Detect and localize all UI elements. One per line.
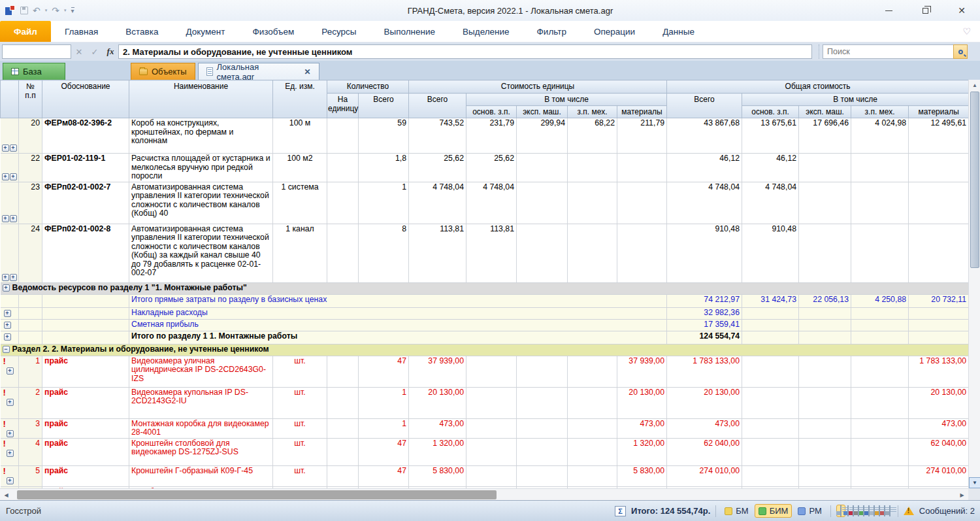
- tc-total-cell[interactable]: 4 748,04: [667, 182, 742, 224]
- name-cell[interactable]: Видеокамера уличная цилиндрическая IP DS…: [129, 356, 273, 387]
- row-icons-cell[interactable]: ++: [1, 154, 19, 182]
- name-cell[interactable]: Расчистка площадей от кустарника и мелко…: [129, 154, 273, 182]
- expand-icon[interactable]: +: [2, 144, 9, 152]
- scroll-down-icon[interactable]: ▼: [969, 477, 980, 488]
- tc-total-cell[interactable]: 20 130,00: [667, 387, 742, 418]
- search-button[interactable]: [953, 44, 968, 59]
- mode-toggle-БМ[interactable]: БМ: [721, 505, 751, 517]
- tc-base-wage-cell[interactable]: [742, 465, 799, 486]
- menu-tab-7[interactable]: Выполнение: [370, 21, 449, 42]
- uc-mech-wage-cell[interactable]: [568, 387, 617, 418]
- tc-materials-cell[interactable]: 12 495,61: [909, 118, 969, 154]
- row-number-cell[interactable]: 22: [19, 154, 42, 182]
- uc-base-wage-cell[interactable]: 231,79: [466, 118, 517, 154]
- tc-total-cell[interactable]: 43 867,68: [667, 118, 742, 154]
- tc-machines-cell[interactable]: [799, 438, 851, 465]
- app-logo-icon[interactable]: [5, 5, 16, 16]
- justification-cell[interactable]: ФЕР01-02-119-1: [42, 154, 129, 182]
- uc-mech-wage-cell[interactable]: [568, 356, 617, 387]
- uc-base-wage-cell[interactable]: 4 748,04: [466, 182, 517, 224]
- qty-per-unit-cell[interactable]: [327, 224, 359, 282]
- uc-total-cell[interactable]: 20 130,00: [409, 387, 466, 418]
- warning-icon[interactable]: [904, 507, 914, 515]
- row-number-cell[interactable]: 20: [19, 118, 42, 154]
- tc-total-cell[interactable]: 74 212,97: [667, 294, 742, 307]
- tc-total-cell[interactable]: 62 040,00: [667, 438, 742, 465]
- total-label-cell[interactable]: Итого по разделу 1 1. Монтажные работы: [129, 331, 667, 344]
- tc-base-wage-cell[interactable]: [742, 356, 799, 387]
- undo-icon[interactable]: ↶: [33, 6, 41, 15]
- uc-materials-cell[interactable]: 5 830,00: [617, 465, 667, 486]
- expand-icon[interactable]: +: [10, 215, 17, 222]
- tc-mech-wage-cell[interactable]: [851, 224, 909, 282]
- uc-total-cell[interactable]: 113,81: [409, 224, 466, 282]
- row-number-cell[interactable]: 2: [19, 387, 42, 418]
- row-icons-cell[interactable]: !+: [1, 465, 19, 486]
- qty-total-cell[interactable]: 47: [359, 438, 409, 465]
- uc-base-wage-cell[interactable]: [466, 465, 517, 486]
- uc-mech-wage-cell[interactable]: [568, 182, 617, 224]
- formula-input[interactable]: [118, 44, 812, 59]
- qty-total-cell[interactable]: 1: [359, 387, 409, 418]
- unit-cell[interactable]: шт.: [273, 418, 327, 438]
- scroll-left-icon[interactable]: ◀: [1, 490, 12, 500]
- uc-total-cell[interactable]: 473,00: [409, 418, 466, 438]
- tc-mech-wage-cell[interactable]: [851, 465, 909, 486]
- header-total-cost-group[interactable]: Общая стоимость: [667, 80, 969, 93]
- unit-cell[interactable]: шт.: [273, 387, 327, 418]
- tc-machines-cell[interactable]: [799, 319, 851, 331]
- uc-materials-cell[interactable]: [617, 224, 667, 282]
- expand-icon[interactable]: +: [7, 367, 14, 375]
- header-uc-base-wage[interactable]: основ. з.п.: [466, 106, 517, 118]
- blank-cell[interactable]: [19, 307, 42, 319]
- uc-machines-cell[interactable]: [517, 224, 568, 282]
- tc-total-cell[interactable]: 1 783 133,00: [667, 356, 742, 387]
- unit-cell[interactable]: 100 м2: [273, 154, 327, 182]
- uc-machines-cell[interactable]: [517, 387, 568, 418]
- expand-icon[interactable]: +: [3, 284, 10, 292]
- tc-materials-cell[interactable]: 1 783 133,00: [909, 356, 969, 387]
- tc-base-wage-cell[interactable]: 31 424,73: [742, 294, 799, 307]
- tc-base-wage-cell[interactable]: [742, 307, 799, 319]
- tc-mech-wage-cell[interactable]: [851, 418, 909, 438]
- row-icons-cell[interactable]: +: [1, 331, 19, 344]
- expand-icon[interactable]: +: [7, 450, 14, 457]
- undo-dropdown-icon[interactable]: ▾: [45, 8, 48, 13]
- uc-mech-wage-cell[interactable]: [568, 438, 617, 465]
- tc-base-wage-cell[interactable]: [742, 331, 799, 344]
- qty-total-cell[interactable]: 47: [359, 356, 409, 387]
- row-icons-cell[interactable]: [1, 294, 19, 307]
- uc-materials-cell[interactable]: 20 130,00: [617, 387, 667, 418]
- row-number-cell[interactable]: 5: [19, 465, 42, 486]
- unit-cell[interactable]: шт.: [273, 356, 327, 387]
- expand-icon[interactable]: +: [4, 322, 11, 329]
- header-qty-per[interactable]: На единицу: [327, 93, 359, 118]
- unit-cell[interactable]: шт.: [273, 438, 327, 465]
- horizontal-scroll-thumb[interactable]: [17, 490, 497, 499]
- header-num[interactable]: № п.п: [19, 80, 42, 118]
- tc-machines-cell[interactable]: 17 696,46: [799, 118, 851, 154]
- uc-mech-wage-cell[interactable]: [568, 224, 617, 282]
- justification-cell[interactable]: прайс: [42, 438, 129, 465]
- tc-mech-wage-cell[interactable]: [851, 331, 909, 344]
- expand-icon[interactable]: +: [10, 144, 17, 152]
- header-tc-total[interactable]: Всего: [667, 93, 742, 118]
- uc-total-cell[interactable]: 4 748,04: [409, 182, 466, 224]
- tc-mech-wage-cell[interactable]: [851, 387, 909, 418]
- row-icons-cell[interactable]: ++: [1, 118, 19, 154]
- row-icons-cell[interactable]: !+: [1, 418, 19, 438]
- header-unit[interactable]: Ед. изм.: [273, 80, 327, 118]
- uc-materials-cell[interactable]: 211,79: [617, 118, 667, 154]
- uc-machines-cell[interactable]: [517, 182, 568, 224]
- redo-icon[interactable]: ↷: [52, 6, 59, 15]
- close-tab-icon[interactable]: ✕: [304, 67, 311, 76]
- uc-materials-cell[interactable]: 37 939,00: [617, 356, 667, 387]
- uc-base-wage-cell[interactable]: 25,62: [466, 154, 517, 182]
- expand-icon[interactable]: +: [4, 310, 11, 317]
- cell-name-box[interactable]: [2, 44, 71, 59]
- uc-machines-cell[interactable]: [517, 356, 568, 387]
- justification-cell[interactable]: ФЕРп02-01-002-7: [42, 182, 129, 224]
- expand-icon[interactable]: +: [4, 333, 11, 341]
- uc-base-wage-cell[interactable]: [466, 418, 517, 438]
- tc-base-wage-cell[interactable]: [742, 387, 799, 418]
